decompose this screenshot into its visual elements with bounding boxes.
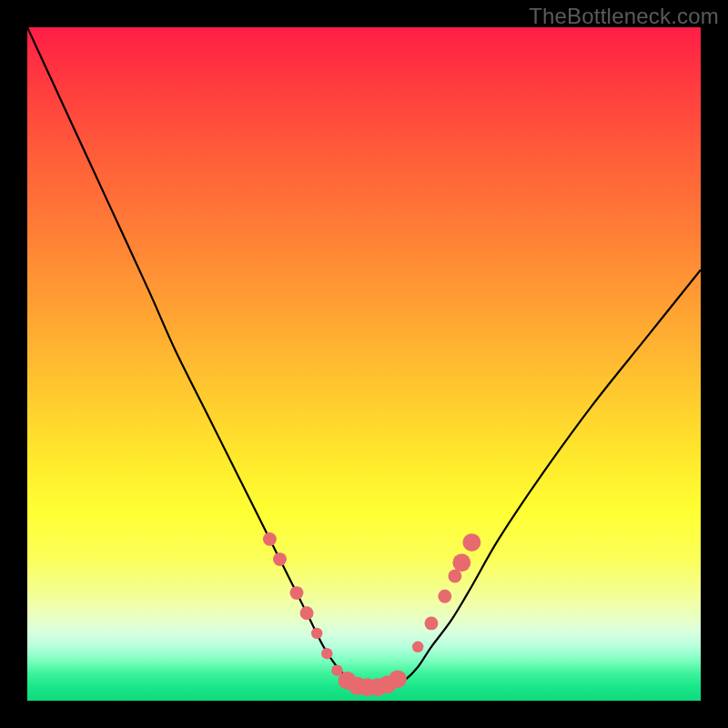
marker-dot xyxy=(290,586,304,600)
chart-svg xyxy=(27,27,701,701)
marker-dot xyxy=(389,670,407,688)
watermark-text: TheBottleneck.com xyxy=(529,4,719,29)
plot-area xyxy=(27,27,701,701)
marker-dot xyxy=(300,606,314,620)
marker-dot xyxy=(452,553,470,571)
marker-dot xyxy=(321,648,332,659)
marker-dot xyxy=(462,533,480,551)
marker-dot xyxy=(273,552,287,566)
marker-dot xyxy=(425,616,439,630)
marker-dot xyxy=(412,642,423,652)
bottleneck-curve xyxy=(27,27,701,688)
marker-dot xyxy=(263,532,277,546)
chart-frame: TheBottleneck.com xyxy=(0,0,728,728)
marker-dot xyxy=(311,628,322,639)
marker-group xyxy=(263,532,480,696)
marker-dot xyxy=(438,590,451,603)
